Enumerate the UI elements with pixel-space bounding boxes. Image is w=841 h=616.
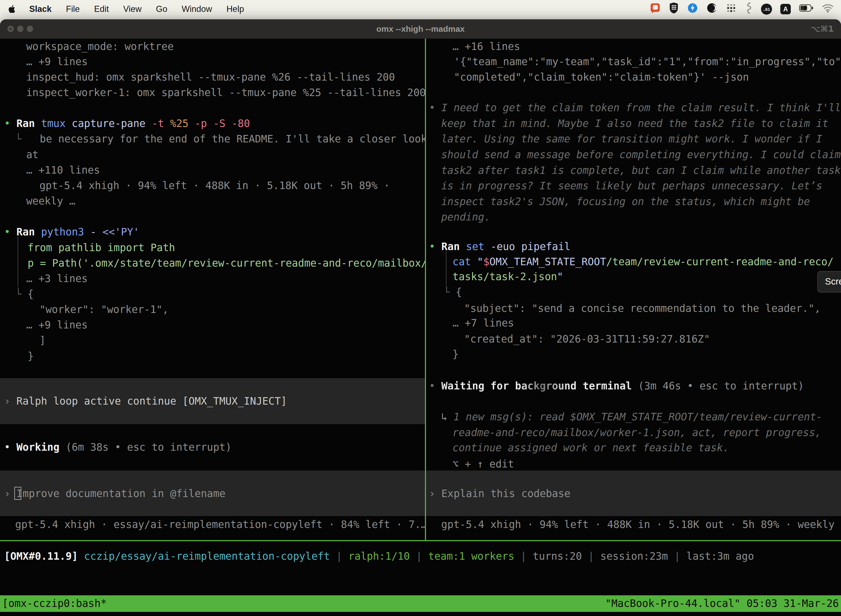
terminal-line: └ be necessary for the end of the README… [15, 131, 425, 147]
terminal-line: p = Path('.omx/state/team/review-current… [28, 255, 425, 271]
waiting-status-line: • Waiting for background terminal (3m 46… [429, 378, 804, 394]
terminal-line: "worker": "worker-1", [40, 302, 168, 317]
model-status-line: gpt-5.4 xhigh · essay/ai-reimplementatio… [15, 517, 425, 532]
terminal-line: } [28, 348, 34, 364]
working-status-line: • Working (6m 38s • esc to interrupt) [4, 439, 231, 455]
pane-divider[interactable] [425, 39, 426, 541]
terminal-line: inspect_hud: omx sparkshell --tmux-pane … [26, 69, 395, 85]
menu-window[interactable]: Window [182, 4, 212, 14]
terminal-line: from pathlib import Path [28, 240, 175, 255]
terminal-line: "subject": "send a concise recommendatio… [464, 301, 820, 316]
terminal-line: tasks/task-2.json" [453, 269, 563, 285]
tmux-host-clock: "MacBook-Pro-44.local" 05:03 31-Mar-26 [605, 595, 839, 612]
window-titlebar[interactable]: omx --xhigh --madmax ⌥⌘1 [0, 19, 841, 39]
output-connector [18, 237, 18, 287]
window-shortcut-badge: ⌥⌘1 [811, 19, 834, 39]
ralph-loop-status-line: › Ralph loop active continue [OMX_TMUX_I… [4, 393, 287, 409]
ran-python-line: • Ran python3 - <<'PY' [4, 224, 139, 240]
battery-icon[interactable] [799, 4, 813, 14]
output-connector [446, 251, 447, 285]
prompt-placeholder-line: › Improve documentation in @filename [4, 486, 226, 502]
terminal-line: workspace_mode: worktree [26, 39, 174, 54]
edit-hint-line: ⌥ + ↑ edit [453, 456, 514, 472]
thinking-line: • I need to get the claim token from the… [429, 100, 841, 116]
ran-tmux-capture-line: • Ran tmux capture-pane -t %25 -p -S -80 [4, 116, 250, 131]
menu-go[interactable]: Go [156, 4, 167, 14]
worker-pane[interactable]: … +16 lines'{"team_name":"my-team","task… [428, 39, 841, 540]
terminal-line: keep that in mind. Maybe I also need the… [441, 116, 828, 131]
screen-tooltip: Scre [817, 271, 841, 293]
hud-pane[interactable]: workspace_mode: worktree… +9 linesinspec… [0, 39, 425, 540]
model-status-line: gpt-5.4 xhigh · 94% left · 488K in · 5.1… [441, 517, 841, 532]
terminal-line: └ { [15, 286, 34, 302]
terminal-line: "created_at": "2026-03-31T11:59:27.816Z" [464, 331, 710, 347]
terminal-line: … +110 lines [26, 162, 100, 178]
apple-logo-icon[interactable] [7, 4, 16, 14]
menu-view[interactable]: View [123, 4, 142, 14]
terminal-line: should send a message before completing … [441, 147, 841, 163]
terminal-line: cat "$OMX_TEAM_STATE_ROOT/team/review-cu… [453, 254, 834, 270]
menu-edit[interactable]: Edit [94, 4, 109, 14]
input-source-value: A [783, 6, 788, 13]
tooltip-text: Scre [825, 276, 841, 286]
menu-bar: SlackFileEditViewGoWindowHelp ..61 A [0, 0, 841, 18]
tmux-status-bar: [omx-cczip0:bash* "MacBook-Pro-44.local"… [0, 595, 841, 612]
input-source-icon[interactable]: A [780, 4, 791, 14]
chat-app-icon[interactable] [649, 3, 661, 16]
terminal-line: … +7 lines [453, 315, 514, 331]
terminal-line: ] [40, 333, 45, 348]
terminal-line: … +16 lines [453, 39, 520, 54]
terminal-line: inspect task2's JSON, focusing on the st… [441, 194, 810, 210]
terminal-line: task2 after task1 is complete, but can I… [441, 163, 841, 178]
terminal-line: … +9 lines [26, 317, 88, 333]
terminal-line: continue assigned work or next feasible … [453, 440, 729, 456]
moon-icon[interactable] [706, 3, 717, 16]
terminal-line: weekly … [26, 193, 75, 209]
terminal-line: '{"team_name":"my-team","task_id":"1","f… [454, 54, 841, 70]
usage-badge-icon[interactable]: ..61 [761, 4, 772, 15]
terminal-line: … +9 lines [26, 54, 88, 70]
terminal-line: … +3 lines [26, 271, 88, 286]
terminal-line: is in progress? It seems likely but perh… [441, 178, 822, 194]
terminal-line: at [26, 147, 39, 163]
mailbox-message-line: ↳ 1 new msg(s): read $OMX_TEAM_STATE_ROO… [441, 409, 822, 425]
dots-grid-icon[interactable] [726, 3, 737, 16]
menu-slack[interactable]: Slack [29, 4, 51, 14]
terminal-line: inspect_worker-1: omx sparkshell --tmux-… [26, 85, 425, 100]
omx-status-line: [OMX#0.11.9] cczip/essay/ai-reimplementa… [4, 549, 754, 564]
prompt-placeholder-line: › Explain this codebase [429, 486, 570, 502]
tmux-session-label[interactable]: [omx-cczip0:bash* [2, 595, 107, 612]
terminal-line: pending. [441, 209, 490, 225]
terminal-line: } [453, 346, 459, 362]
ran-cat-line: • Ran set -euo pipefail [429, 239, 570, 254]
window-title: omx --xhigh --madmax [0, 19, 841, 39]
terminal-line: "completed","claim_token":"claim-token"}… [454, 69, 749, 85]
menubar-status-icons: ..61 A [649, 2, 834, 16]
usage-badge-value: ..61 [763, 7, 770, 12]
menu-items: SlackFileEditViewGoWindowHelp [29, 4, 258, 14]
pane-bottom-border [0, 540, 841, 541]
terminal-window: omx --xhigh --madmax ⌥⌘1 workspace_mode:… [0, 19, 841, 616]
terminal-line: later. Using the same for transition mig… [441, 131, 822, 147]
terminal-content: workspace_mode: worktree… +9 linesinspec… [0, 39, 841, 616]
terminal-line: gpt-5.4 xhigh · 94% left · 488K in · 5.1… [40, 178, 390, 194]
squiggle-icon[interactable] [745, 2, 753, 16]
wifi-icon[interactable] [822, 3, 834, 15]
password-shield-icon[interactable] [669, 2, 679, 16]
terminal-line: readme-and-reco/mailbox/worker-1.json, a… [453, 425, 821, 440]
activity-badge-icon[interactable] [687, 3, 698, 16]
terminal-line: └ { [443, 284, 462, 300]
menu-help[interactable]: Help [227, 4, 244, 14]
menu-file[interactable]: File [66, 4, 80, 14]
